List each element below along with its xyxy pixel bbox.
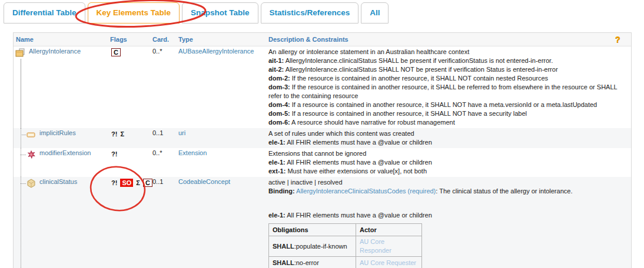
tab-statistics-references[interactable]: Statistics/References [261,2,359,24]
description-text: An allergy or intolerance statement in a… [268,48,469,55]
actor-link[interactable]: AU Core Requester [360,259,416,266]
tab-snapshot-table[interactable]: Snapshot Table [182,2,258,24]
tab-differential-table[interactable]: Differential Table [4,2,85,24]
table-row-implicitrules: implicitRules ?! Σ 0..1 uri A set of rul… [14,128,631,148]
binding-line: Binding: AllergyIntoleranceClinicalStatu… [268,187,626,196]
table-header-row: Name Flags Card. Type Description & Cons… [14,33,631,46]
element-name-link[interactable]: implicitRules [39,129,76,136]
obligation-strength: SHALL [273,243,294,250]
tab-label: Key Elements Table [97,8,171,17]
flags-cell: ?! Σ [110,128,152,148]
tab-bar: Differential Table Key Elements Table Sn… [0,0,644,24]
value-set-values: active | inactive | resolved [268,178,626,187]
header-card: Card. [152,36,178,43]
constraint-flag[interactable]: C [111,48,121,56]
help-icon[interactable]: ? [615,34,620,44]
header-name: Name [14,36,110,43]
constraint-text: If the resource is contained in another … [290,75,548,82]
summary-flag[interactable]: Σ [120,130,124,138]
type-cell: Extension [178,148,268,177]
constraint-text: AllergyIntolerance.clinicalStatus SHALL … [284,57,553,64]
key-elements-table: Name Flags Card. Type Description & Cons… [13,32,632,268]
obligation-strength: SHALL [273,259,294,266]
table-row-modifierextension: modifierExtension ?! 0..* Extension Exte… [14,148,631,177]
type-link[interactable]: CodeableConcept [178,178,230,185]
actor-link[interactable]: AU Core Responder [360,238,391,254]
constraint-key: dom-6: [268,119,290,126]
tree-stub [21,135,26,135]
actor-header: Actor [356,224,422,236]
description-cell: An allergy or intolerance statement in a… [268,46,631,128]
constraint-text: Must have either extensions or value[x],… [286,168,427,175]
datatype-cube-icon [26,179,36,188]
table-row-clinicalstatus: clinicalStatus ?! SO Σ C 0..1 CodeableCo… [14,177,631,268]
tree-stub [21,183,26,184]
tab-all[interactable]: All [361,2,389,24]
binding-strength-link[interactable]: (required) [406,187,436,195]
constraint-text: A resource should have narrative for rob… [290,119,455,126]
description-cell: Extensions that cannot be ignored ele-1:… [268,148,631,177]
obligations-table: Obligations Actor SHALL:populate-if-know… [268,223,422,268]
table-row-allergyintolerance: AllergyIntolerance C 0..* AUBaseAllergyI… [14,46,631,128]
cardinality-cell: 0..* [152,46,178,128]
tree-line [21,59,21,128]
constraint-key: dom-2: [268,75,290,82]
obligations-header-row: Obligations Actor [269,224,422,236]
modifier-flag[interactable]: ?! [111,150,117,158]
cardinality-cell: 0..1 [152,128,178,148]
modifier-flag[interactable]: ?! [111,130,117,138]
tree-line [21,148,21,177]
constraint-key: ait-2: [268,66,284,73]
constraint-text: All FHIR elements must have a @value or … [286,212,432,219]
constraint-key: dom-5: [268,110,290,117]
constraint-text: If a resource is contained in another re… [290,101,597,108]
constraint-key: dom-3: [268,83,290,91]
tab-label: Snapshot Table [191,8,250,17]
constraint-flag[interactable]: C [143,179,152,187]
tab-key-elements-table[interactable]: Key Elements Table [88,2,180,24]
type-link[interactable]: uri [178,129,185,136]
constraint-key: ele-1: [268,212,286,219]
tab-label: Differential Table [12,8,77,17]
cardinality-cell: 0..1 [152,177,178,268]
constraint-key: ext-1: [268,168,286,175]
header-description: Description & Constraints [268,35,631,44]
tree-stub [21,155,26,155]
modifier-flag[interactable]: ?! [111,179,117,186]
binding-valueset-link[interactable]: AllergyIntoleranceClinicalStatusCodes [295,187,406,195]
element-name-cell: modifierExtension [14,148,110,177]
obligation-flag[interactable]: SO [120,179,133,187]
summary-flag[interactable]: Σ [136,179,140,186]
element-name-link[interactable]: AllergyIntolerance [29,48,81,55]
constraint-key: ele-1: [268,159,286,166]
type-cell: uri [178,128,268,148]
obligation-code: :populate-if-known [294,243,347,250]
cardinality-cell: 0..* [152,148,178,177]
constraint-text: If the resource is contained in another … [268,83,617,99]
element-name-cell: clinicalStatus [14,177,110,268]
element-name-link[interactable]: clinicalStatus [39,178,77,185]
tab-label: Statistics/References [270,8,350,17]
obligations-header: Obligations [269,224,356,236]
resource-folder-icon [15,48,25,58]
constraint-text: All FHIR elements must have a @value or … [286,159,432,166]
flags-cell: C [110,46,152,128]
obligation-code: :no-error [294,259,319,266]
flags-cell: ?! SO Σ C [110,177,152,268]
constraint-key: dom-4: [268,101,290,108]
description-cell: A set of rules under which this content … [268,128,631,148]
type-cell: AUBaseAllergyIntolerance [178,46,268,128]
element-name-link[interactable]: modifierExtension [39,149,91,156]
tab-label: All [370,8,380,17]
obligation-row: SHALL:populate-if-known AU Core Responde… [269,236,422,257]
type-link[interactable]: Extension [178,149,207,156]
header-flags: Flags [110,36,152,43]
type-link[interactable]: AUBaseAllergyIntolerance [178,48,254,55]
description-cell: active | inactive | resolved Binding: Al… [268,177,631,268]
element-name-cell: AllergyIntolerance [14,46,110,128]
modifier-extension-star-icon [26,150,36,159]
obligation-row: SHALL:no-error AU Core Requester [269,257,422,268]
type-cell: CodeableConcept [178,177,268,268]
tree-line [21,177,21,268]
flags-cell: ?! [110,148,152,177]
